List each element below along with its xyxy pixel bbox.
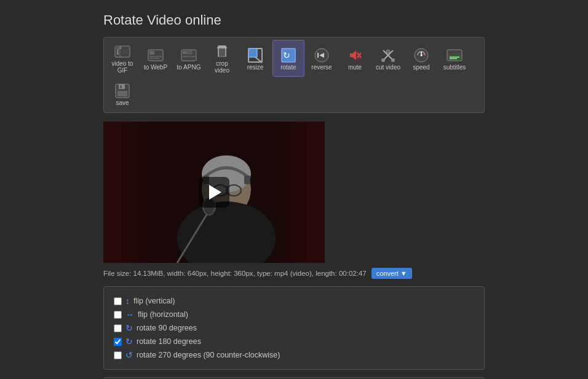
option-flip-horizontal: ↔ flip (horizontal) bbox=[114, 308, 474, 321]
tool-subtitles[interactable]: subtitles bbox=[439, 40, 471, 77]
resize-icon bbox=[247, 47, 264, 64]
play-icon bbox=[209, 185, 221, 200]
rotate-180-checkbox[interactable] bbox=[114, 338, 122, 346]
tool-label: cut video bbox=[376, 64, 400, 71]
options-panel: ↕ flip (vertical) ↔ flip (horizontal) ↻ … bbox=[103, 286, 485, 370]
svg-point-36 bbox=[386, 50, 390, 53]
tool-label: video to GIF bbox=[111, 60, 133, 74]
svg-rect-12 bbox=[188, 51, 192, 54]
option-rotate-90: ↻ rotate 90 degrees bbox=[114, 321, 474, 335]
save-icon bbox=[114, 82, 131, 100]
rotate-180-icon: ↻ bbox=[125, 337, 133, 346]
tool-label: rotate bbox=[280, 64, 296, 71]
tool-label: save bbox=[116, 100, 129, 106]
tool-mute[interactable]: mute bbox=[339, 40, 371, 77]
tool-reverse[interactable]: reverse bbox=[306, 40, 338, 77]
rotate-180-label[interactable]: rotate 180 degrees bbox=[137, 337, 201, 346]
play-button[interactable] bbox=[199, 177, 229, 208]
rotate-90-checkbox[interactable] bbox=[114, 324, 122, 332]
file-info: File size: 14.13MiB, width: 640px, heigh… bbox=[103, 268, 485, 279]
flip-horizontal-checkbox[interactable] bbox=[114, 311, 122, 319]
tool-label: reverse bbox=[311, 64, 332, 71]
rotate-270-label[interactable]: rotate 270 degrees (90 counter-clockwise… bbox=[137, 351, 280, 359]
tool-label: resize bbox=[247, 64, 264, 71]
svg-point-34 bbox=[381, 58, 385, 62]
flip-vertical-label[interactable]: flip (vertical) bbox=[133, 297, 175, 305]
tool-label: speed bbox=[413, 64, 429, 71]
file-details: File size: 14.13MiB, width: 640px, heigh… bbox=[103, 270, 367, 277]
video-preview bbox=[103, 122, 325, 263]
convert-button[interactable]: convert ▼ bbox=[371, 268, 412, 279]
option-flip-vertical: ↕ flip (vertical) bbox=[114, 294, 474, 308]
cut-video-icon bbox=[379, 47, 397, 64]
svg-rect-47 bbox=[117, 91, 127, 96]
svg-point-35 bbox=[391, 58, 395, 62]
svg-rect-48 bbox=[120, 85, 122, 88]
to-webp-icon bbox=[147, 47, 164, 64]
tool-speed[interactable]: speed bbox=[405, 40, 437, 77]
video-to-gif-icon: 2 4 5 bbox=[114, 43, 131, 60]
subtitles-icon bbox=[446, 47, 463, 64]
option-rotate-180: ↻ rotate 180 degrees bbox=[114, 335, 474, 348]
flip-horizontal-icon: ↔ bbox=[125, 310, 134, 319]
to-apng-icon bbox=[180, 47, 197, 64]
flip-vertical-checkbox[interactable] bbox=[114, 297, 122, 305]
svg-rect-15 bbox=[218, 48, 226, 57]
tool-save[interactable]: save bbox=[106, 78, 138, 110]
tool-label: subtitles bbox=[443, 64, 466, 71]
tool-cut-video[interactable]: cut video bbox=[372, 40, 404, 77]
svg-text:5: 5 bbox=[117, 52, 119, 55]
rotate-270-icon: ↺ bbox=[125, 350, 133, 360]
mute-icon bbox=[346, 47, 364, 64]
flip-vertical-icon: ↕ bbox=[125, 296, 130, 306]
flip-horizontal-label[interactable]: flip (horizontal) bbox=[138, 310, 188, 319]
svg-rect-53 bbox=[282, 122, 306, 263]
rotate-270-checkbox[interactable] bbox=[114, 351, 122, 359]
option-rotate-270: ↺ rotate 270 degrees (90 counter-clockwi… bbox=[114, 348, 474, 362]
tool-to-apng[interactable]: to APNG bbox=[173, 40, 205, 77]
svg-point-40 bbox=[421, 54, 423, 56]
rotate-90-label[interactable]: rotate 90 degrees bbox=[137, 324, 197, 332]
svg-rect-20 bbox=[248, 49, 257, 57]
speed-icon bbox=[413, 47, 430, 64]
tool-label: to WebP bbox=[144, 64, 167, 71]
svg-rect-61 bbox=[244, 176, 250, 184]
crop-video-icon bbox=[213, 43, 231, 60]
tool-label: crop video bbox=[208, 60, 236, 74]
svg-rect-7 bbox=[149, 51, 154, 55]
svg-text:↻: ↻ bbox=[283, 50, 290, 60]
tool-rotate[interactable]: ↻ rotate bbox=[272, 40, 304, 77]
tool-label: to APNG bbox=[177, 64, 201, 71]
svg-rect-11 bbox=[183, 51, 187, 54]
tool-video-to-gif[interactable]: 2 4 5 video to GIF bbox=[106, 40, 138, 77]
reverse-icon bbox=[313, 47, 330, 64]
tool-to-webp[interactable]: to WebP bbox=[140, 40, 172, 77]
tool-label: mute bbox=[348, 64, 362, 71]
tool-crop-video[interactable]: crop video bbox=[206, 40, 238, 77]
rotate-90-icon: ↻ bbox=[125, 323, 133, 333]
rotate-icon: ↻ bbox=[280, 47, 297, 64]
svg-marker-29 bbox=[350, 50, 356, 60]
page-title: Rotate Video online bbox=[103, 12, 485, 28]
svg-rect-51 bbox=[122, 122, 146, 263]
toolbar: 2 4 5 video to GIF bbox=[103, 37, 485, 113]
tool-resize[interactable]: resize bbox=[239, 40, 271, 77]
